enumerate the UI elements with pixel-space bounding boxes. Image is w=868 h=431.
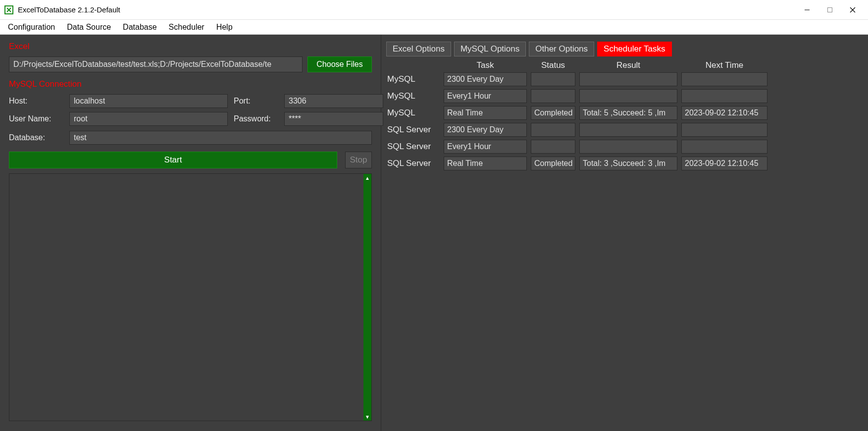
cell-result[interactable]: Total: 3 ,Succeed: 3 ,Im — [579, 157, 677, 170]
row-label: MySQL — [386, 91, 440, 101]
cell-task[interactable]: Every1 Hour — [444, 140, 527, 154]
table-row: SQL ServerReal TimeCompletedTotal: 3 ,Su… — [386, 157, 863, 170]
cell-status[interactable] — [531, 140, 575, 154]
cell-result[interactable]: Total: 5 ,Succeed: 5 ,Im — [579, 106, 677, 120]
cell-task[interactable]: 2300 Every Day — [444, 72, 527, 86]
cell-status[interactable]: Completed — [531, 106, 575, 120]
choose-files-button[interactable]: Choose Files — [307, 56, 372, 72]
cell-status[interactable]: Completed — [531, 157, 575, 170]
excel-section-label: Excel — [9, 42, 372, 52]
col-next-time: Next Time — [681, 60, 767, 70]
menu-scheduler[interactable]: Scheduler — [163, 21, 210, 34]
cell-next[interactable]: 2023-09-02 12:10:45 — [681, 106, 767, 120]
cell-status[interactable] — [531, 72, 575, 86]
menu-database[interactable]: Database — [117, 21, 163, 34]
user-input[interactable] — [69, 112, 228, 126]
table-body: MySQL2300 Every DayMySQLEvery1 HourMySQL… — [386, 72, 863, 170]
port-input[interactable] — [284, 94, 383, 108]
database-row: Database: — [9, 131, 372, 145]
connection-form: Host: Port: User Name: Password: — [9, 94, 372, 126]
row-label: SQL Server — [386, 142, 440, 152]
user-label: User Name: — [9, 114, 63, 123]
stop-button[interactable]: Stop — [345, 152, 372, 168]
cell-task[interactable]: 2300 Every Day — [444, 123, 527, 137]
cell-task[interactable]: Real Time — [444, 157, 527, 170]
scroll-up-icon[interactable]: ▲ — [363, 174, 371, 182]
cell-status[interactable] — [531, 123, 575, 137]
table-row: MySQL2300 Every Day — [386, 72, 863, 86]
cell-result[interactable] — [579, 89, 677, 103]
window-controls — [796, 2, 864, 18]
table-row: SQL ServerEvery1 Hour — [386, 140, 863, 154]
log-scrollbar[interactable]: ▲ ▼ — [363, 174, 371, 421]
start-button[interactable]: Start — [9, 152, 337, 168]
app-icon — [4, 5, 14, 15]
left-panel: Excel D:/Projects/ExcelToDatabase/test/t… — [0, 35, 381, 431]
close-button[interactable] — [841, 2, 864, 18]
tab-excel-options[interactable]: Excel Options — [386, 42, 451, 56]
maximize-button[interactable] — [818, 2, 841, 18]
password-input[interactable] — [284, 112, 383, 126]
cell-task[interactable]: Real Time — [444, 106, 527, 120]
row-label: SQL Server — [386, 125, 440, 135]
cell-next[interactable] — [681, 89, 767, 103]
host-label: Host: — [9, 97, 63, 106]
col-status: Status — [531, 60, 575, 70]
file-path-input[interactable]: D:/Projects/ExcelToDatabase/test/test.xl… — [9, 56, 303, 72]
mysql-section-label: MySQL Connection — [9, 79, 372, 89]
table-header: Task Status Result Next Time — [386, 58, 863, 72]
cell-status[interactable] — [531, 89, 575, 103]
cell-result[interactable] — [579, 140, 677, 154]
menu-data-source[interactable]: Data Source — [61, 21, 117, 34]
col-task: Task — [444, 60, 527, 70]
cell-result[interactable] — [579, 123, 677, 137]
button-row: Start Stop — [9, 152, 372, 168]
row-label: MySQL — [386, 74, 440, 84]
minimize-button[interactable] — [796, 2, 818, 18]
log-area[interactable]: ▲ ▼ — [9, 173, 372, 421]
cell-next[interactable] — [681, 72, 767, 86]
menu-configuration[interactable]: Configuration — [2, 21, 61, 34]
col-blank — [386, 60, 440, 70]
port-label: Port: — [234, 97, 278, 106]
tab-other-options[interactable]: Other Options — [529, 42, 594, 56]
cell-next[interactable]: 2023-09-02 12:10:45 — [681, 157, 767, 170]
tab-mysql-options[interactable]: MySQL Options — [454, 42, 526, 56]
cell-next[interactable] — [681, 140, 767, 154]
cell-result[interactable] — [579, 72, 677, 86]
password-label: Password: — [234, 114, 278, 123]
menubar: Configuration Data Source Database Sched… — [0, 20, 868, 35]
cell-next[interactable] — [681, 123, 767, 137]
table-row: MySQLEvery1 Hour — [386, 89, 863, 103]
host-input[interactable] — [69, 94, 228, 108]
svg-rect-4 — [828, 7, 832, 12]
table-row: MySQLReal TimeCompletedTotal: 5 ,Succeed… — [386, 106, 863, 120]
right-panel: Excel Options MySQL Options Other Option… — [381, 35, 868, 431]
tab-scheduler-tasks[interactable]: Scheduler Tasks — [597, 42, 671, 56]
row-label: MySQL — [386, 108, 440, 118]
scroll-down-icon[interactable]: ▼ — [363, 413, 371, 421]
col-result: Result — [579, 60, 677, 70]
tabs: Excel Options MySQL Options Other Option… — [386, 42, 863, 56]
database-label: Database: — [9, 133, 63, 142]
content: Excel D:/Projects/ExcelToDatabase/test/t… — [0, 35, 868, 431]
scheduler-table: Task Status Result Next Time MySQL2300 E… — [386, 58, 863, 170]
cell-task[interactable]: Every1 Hour — [444, 89, 527, 103]
database-input[interactable] — [69, 131, 372, 145]
menu-help[interactable]: Help — [210, 21, 239, 34]
window-title: ExcelToDatabase 2.1.2-Default — [18, 5, 796, 14]
titlebar: ExcelToDatabase 2.1.2-Default — [0, 0, 868, 20]
file-row: D:/Projects/ExcelToDatabase/test/test.xl… — [9, 56, 372, 72]
table-row: SQL Server2300 Every Day — [386, 123, 863, 137]
row-label: SQL Server — [386, 159, 440, 168]
